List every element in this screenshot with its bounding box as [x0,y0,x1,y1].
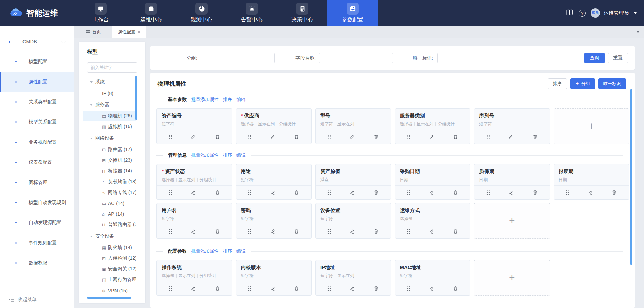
edit-icon[interactable] [350,286,355,291]
query-button[interactable]: 查询 [584,53,605,63]
tree-item[interactable]: ⊔普通路由器 (5 [83,219,136,230]
tree-group[interactable]: 服务器 [83,99,136,111]
user-name[interactable]: 运维管理员 [604,10,629,16]
sidebar-item-3[interactable]: 关系类型配置 [0,92,74,112]
drag-handle[interactable] [248,190,251,195]
delete-icon[interactable] [453,134,458,139]
tree-item[interactable]: ▭AC (14) [83,198,136,209]
delete-icon[interactable] [374,229,379,234]
nav-item-4[interactable]: 告警中心 [227,0,277,26]
delete-icon[interactable] [294,190,299,195]
sidebar-item-4[interactable]: 模型关系配置 [0,112,74,132]
tree-group[interactable]: 网络设备 [83,132,136,144]
nav-item-2[interactable]: 运维中心 [126,0,176,26]
delete-icon[interactable] [453,286,458,291]
tree-vertical-scrollbar[interactable] [135,76,137,120]
delete-icon[interactable] [215,229,220,234]
drag-handle[interactable] [407,286,410,291]
add-attribute-card[interactable] [474,260,550,296]
drag-handle[interactable] [169,190,172,195]
tree-horizontal-scrollbar[interactable] [87,297,131,299]
field-name-filter-input[interactable] [319,53,393,63]
sidebar-item-9[interactable]: 自动发现源配置 [0,213,74,233]
add-attribute-card[interactable] [554,108,630,144]
edit-icon[interactable] [429,286,434,291]
nav-item-5[interactable]: 决策中心 [277,0,327,26]
tree-item[interactable]: ⊟路由器 (17) [83,144,136,155]
sidebar-item-10[interactable]: 事件规则配置 [0,233,74,253]
edit-icon[interactable] [191,134,196,139]
tree-item[interactable]: ⊓桥接器 (14) [83,166,136,176]
batch-add-attributes-link[interactable]: 批量添加属性 [191,97,219,103]
sidebar-item-5[interactable]: 业务视图配置 [0,132,74,152]
user-menu-caret-icon[interactable] [634,12,637,14]
sidebar-group-cmdb[interactable]: CMDB [0,35,74,48]
delete-icon[interactable] [215,190,220,195]
nav-item-6[interactable]: 参数配置 [327,0,378,26]
tree-item[interactable]: ▦防火墙 (14) [83,242,136,253]
edit-icon[interactable] [270,229,275,234]
edit-icon[interactable] [191,229,196,234]
delete-icon[interactable] [453,229,458,234]
drag-handle[interactable] [248,135,251,139]
drag-handle[interactable] [487,190,490,195]
delete-icon[interactable] [453,190,458,195]
delete-icon[interactable] [374,134,379,139]
tree-group[interactable]: 系统 [83,76,136,88]
main-vertical-scrollbar[interactable] [630,89,632,265]
edit-icon[interactable] [270,286,275,291]
drag-handle[interactable] [566,190,569,195]
sidebar-item-7[interactable]: 图标管理 [0,172,74,193]
drag-handle[interactable] [328,286,331,291]
collapse-menu-button[interactable]: 收起菜单 [9,297,37,303]
sort-link[interactable]: 排序 [223,152,232,158]
edit-icon[interactable] [508,190,513,195]
drag-handle[interactable] [169,229,172,234]
model-search-input[interactable] [87,62,137,73]
help-icon[interactable] [579,10,586,17]
add-attribute-card[interactable] [474,203,550,239]
delete-icon[interactable] [294,134,299,139]
tree-item[interactable]: ⌂AP (14) [83,209,136,219]
delete-icon[interactable] [294,286,299,291]
add-group-button[interactable]: 分组 [570,78,595,89]
nav-item-3[interactable]: 观测中心 [176,0,227,26]
edit-icon[interactable] [191,286,196,291]
sort-link[interactable]: 排序 [223,97,232,103]
drag-handle[interactable] [169,135,172,139]
tab-1[interactable]: 首页 [81,26,106,38]
delete-icon[interactable] [294,229,299,234]
drag-handle[interactable] [328,135,331,139]
edit-link[interactable]: 编辑 [236,97,245,103]
edit-icon[interactable] [429,190,434,195]
drag-handle[interactable] [407,229,410,234]
tree-item[interactable]: ∴负载均衡 (18) [83,176,136,187]
delete-icon[interactable] [374,286,379,291]
edit-icon[interactable] [350,190,355,195]
batch-add-attributes-link[interactable]: 批量添加属性 [191,152,219,158]
delete-icon[interactable] [533,190,538,195]
edit-icon[interactable] [429,229,434,234]
avatar[interactable]: 理员 [591,8,600,18]
tab-close-icon[interactable] [138,30,140,34]
tree-item[interactable]: ⊞交换机 (23) [83,155,136,166]
tree-item[interactable]: IP (8) [83,88,136,99]
edit-icon[interactable] [508,134,513,139]
edit-icon[interactable] [350,229,355,234]
tree-item[interactable]: ◱上网行为管理 [83,274,136,285]
tree-group[interactable]: 安全设备 [83,230,136,242]
unique-id-filter-input[interactable] [437,53,511,63]
edit-link[interactable]: 编辑 [236,152,245,158]
edit-icon[interactable] [270,190,275,195]
tree-item[interactable]: ▥虚拟机 (16) [83,121,136,132]
tree-item[interactable]: ∿网络专线 (17) [83,187,136,198]
edit-icon[interactable] [429,134,434,139]
drag-handle[interactable] [407,135,410,139]
tree-item[interactable]: ▤物理机 (26) [83,111,136,121]
nav-item-1[interactable]: 工作台 [76,0,126,26]
batch-add-attributes-link[interactable]: 批量添加属性 [191,248,219,254]
docs-book-icon[interactable] [566,9,573,17]
tree-item[interactable]: ▣安全网关 (12) [83,264,136,274]
sort-link[interactable]: 排序 [223,248,232,254]
unique-id-button[interactable]: 唯一标识 [598,78,626,89]
